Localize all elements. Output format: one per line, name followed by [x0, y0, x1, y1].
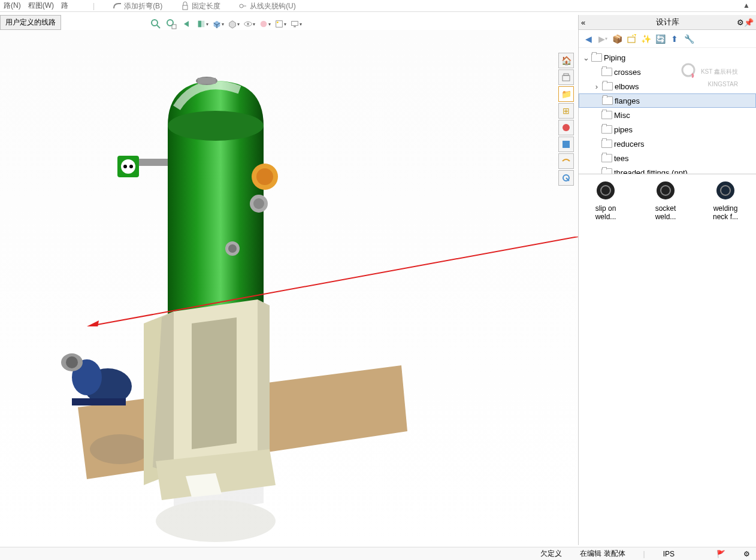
design-library-tab-icon[interactable]: 📁	[558, 86, 574, 102]
tree-root[interactable]: ⌄ Piping	[579, 50, 756, 65]
svg-rect-48	[564, 74, 568, 75]
svg-rect-13	[292, 22, 298, 26]
pin-icon[interactable]: 📌	[744, 18, 754, 27]
tree-label: reducers	[614, 140, 645, 149]
pane-header: « 设计库 ⚙ 📌	[579, 15, 756, 30]
bend-icon	[113, 1, 122, 11]
tree-label: pipes	[614, 125, 633, 134]
svg-point-29	[121, 159, 135, 174]
tree-item-tees[interactable]: tees	[579, 151, 756, 165]
tree-label: threaded fittings (npt)	[614, 168, 688, 174]
svg-rect-11	[276, 21, 283, 28]
add-bend-button[interactable]: 添加折弯(B)	[113, 1, 162, 11]
thumb-welding-neck[interactable]: welding neck f...	[704, 181, 746, 221]
svg-point-49	[563, 124, 570, 131]
scene-icon[interactable]: ▾	[274, 18, 286, 30]
refresh-icon[interactable]: 🔄	[654, 33, 666, 45]
hide-show-icon[interactable]: ▾	[243, 18, 255, 30]
new-folder-icon[interactable]: ✨	[625, 33, 637, 45]
expand-pane-icon[interactable]: «	[581, 18, 585, 27]
tree-item-misc[interactable]: Misc	[579, 108, 756, 122]
tree-item-elbows[interactable]: ›elbows	[579, 79, 756, 93]
add-location-icon[interactable]: 📦	[611, 33, 623, 45]
status-flag-icon[interactable]: 🚩	[716, 550, 725, 558]
menu-route[interactable]: 路(N)	[0, 1, 25, 11]
thumb-label: socket	[645, 204, 687, 213]
library-thumbnails: slip on weld... socket weld... welding n…	[579, 174, 756, 545]
unhook-label: 从线夹脱钩(U)	[250, 1, 296, 11]
tab-user-route[interactable]: 用户定义的线路	[0, 15, 61, 30]
appearance-icon[interactable]: ▾	[259, 18, 271, 30]
svg-point-25	[253, 198, 264, 209]
document-tabs: 用户定义的线路	[0, 15, 61, 29]
pane-toolbar: ◀ ▶▾ 📦 ✨ ✨ 🔄 ⬆ 🔧	[579, 30, 756, 48]
svg-point-19	[168, 111, 264, 141]
fixed-length-label: 固定长度	[192, 1, 220, 11]
thumb-slip-on[interactable]: slip on weld...	[585, 181, 627, 221]
tree-label: crosses	[614, 68, 641, 77]
svg-rect-0	[183, 5, 188, 10]
tree-item-crosses[interactable]: crosses	[579, 65, 756, 79]
routing-tab-icon[interactable]	[558, 153, 574, 169]
forum-tab-icon[interactable]	[558, 170, 574, 186]
config-icon[interactable]: 🔧	[683, 33, 695, 45]
tree-label: flanges	[615, 96, 640, 105]
collapse-chevron-icon[interactable]: ▲	[739, 1, 754, 10]
svg-point-30	[123, 165, 127, 168]
new-part-icon[interactable]: ✨	[640, 33, 652, 45]
thumb-label: weld...	[645, 213, 687, 221]
3d-viewport[interactable]	[0, 30, 577, 545]
svg-point-9	[247, 23, 249, 25]
custom-tab-icon[interactable]	[558, 137, 574, 152]
view-orient-icon[interactable]: ▾	[212, 18, 224, 30]
status-units[interactable]: IPS	[663, 550, 675, 558]
tree-root-label: Piping	[604, 53, 625, 62]
flange-icon	[657, 181, 675, 199]
taskpane-tabs: 🏠 📁 ⊞	[558, 53, 576, 186]
svg-point-43	[66, 356, 78, 368]
svg-line-3	[157, 25, 160, 28]
pane-title: 设计库	[656, 17, 679, 28]
ribbon-toolbar: | 添加折弯(B) 固定长度 从线夹脱钩(U)	[93, 0, 296, 12]
appearance-tab-icon[interactable]	[558, 120, 574, 135]
prev-view-icon[interactable]	[181, 18, 193, 30]
menu-schematic[interactable]: 程图(W)	[25, 1, 58, 11]
tree-item-pipes[interactable]: pipes	[579, 122, 756, 137]
zoom-area-icon[interactable]	[165, 18, 177, 30]
back-icon[interactable]: ◀	[582, 33, 594, 45]
design-library-pane: « 设计库 ⚙ 📌 ◀ ▶▾ 📦 ✨ ✨ 🔄 ⬆ 🔧 ⌄ Piping cros…	[578, 15, 756, 545]
fixed-length-button[interactable]: 固定长度	[180, 1, 220, 11]
thumb-socket[interactable]: socket weld...	[645, 181, 687, 221]
display-style-icon[interactable]: ▾	[228, 18, 240, 30]
status-gear-icon[interactable]: ⚙	[743, 550, 750, 558]
up-icon[interactable]: ⬆	[669, 33, 681, 45]
home-tab-icon[interactable]: 🏠	[558, 53, 574, 68]
svg-point-23	[256, 168, 273, 185]
svg-marker-39	[186, 473, 222, 497]
toolbox-tab-icon[interactable]	[558, 69, 574, 85]
pane-settings-icon[interactable]: ⚙	[737, 18, 744, 27]
svg-point-2	[152, 20, 158, 26]
status-editing: 在编辑 装配体	[580, 549, 625, 559]
tree-item-flanges[interactable]: flanges	[579, 93, 756, 108]
thumb-label: neck f...	[704, 213, 746, 221]
svg-point-1	[240, 4, 243, 8]
library-tree[interactable]: ⌄ Piping crosses ›elbows flanges Misc pi…	[579, 48, 756, 174]
thumb-label: welding	[704, 204, 746, 213]
monitor-icon[interactable]: ▾	[290, 18, 302, 30]
zoom-fit-icon[interactable]	[150, 18, 162, 30]
svg-rect-44	[72, 398, 126, 405]
add-bend-label: 添加折弯(B)	[124, 1, 162, 11]
section-view-icon[interactable]: ▾	[196, 18, 208, 30]
forward-icon[interactable]: ▶▾	[597, 33, 609, 45]
svg-rect-21	[198, 78, 216, 84]
unhook-button[interactable]: 从线夹脱钩(U)	[238, 1, 296, 11]
tree-item-threaded[interactable]: threaded fittings (npt)	[579, 165, 756, 174]
flange-icon	[716, 181, 734, 199]
view-toolbar: ▾ ▾ ▾ ▾ ▾ ▾ ▾	[150, 18, 302, 30]
thumb-label: slip on	[585, 204, 627, 213]
tree-item-reducers[interactable]: reducers	[579, 137, 756, 151]
menu-line[interactable]: 路	[58, 1, 72, 11]
svg-point-12	[277, 22, 279, 23]
property-tab-icon[interactable]: ⊞	[558, 103, 574, 119]
